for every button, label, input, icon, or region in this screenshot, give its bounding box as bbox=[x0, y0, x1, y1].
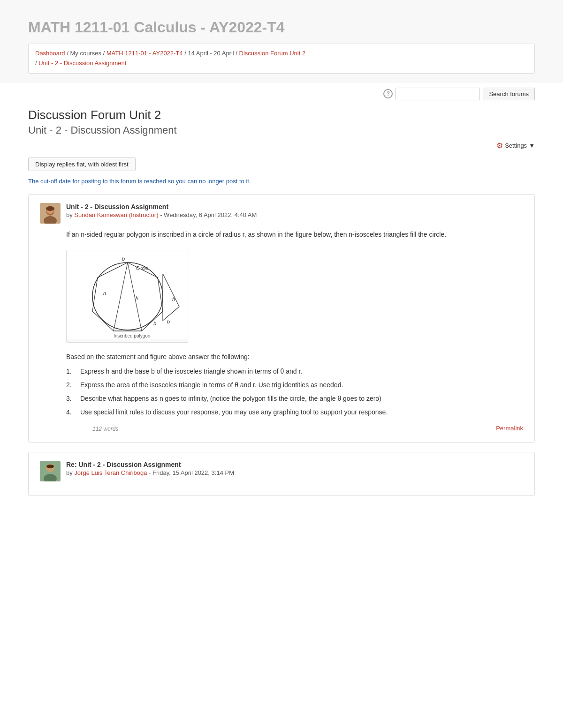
page-wrapper: MATH 1211-01 Calculus - AY2022-T4 Dashbo… bbox=[0, 0, 563, 728]
post-date-1: - Wednesday, 6 April 2022, 4:40 AM bbox=[160, 211, 257, 218]
list-item-4: 4. Use special limit rules to discuss yo… bbox=[66, 407, 523, 417]
svg-text:b: b bbox=[153, 321, 156, 326]
post-meta-1: Unit - 2 - Discussion Assignment by Sund… bbox=[66, 203, 523, 218]
list-text-4: Use special limit rules to discuss your … bbox=[80, 407, 388, 417]
forum-title: Discussion Forum Unit 2 bbox=[28, 108, 535, 122]
post-body-1: If an n-sided regular polygon is inscrib… bbox=[66, 229, 523, 434]
svg-point-4 bbox=[46, 206, 54, 211]
avatar-image-2 bbox=[40, 461, 61, 481]
post-intro-text: If an n-sided regular polygon is inscrib… bbox=[66, 229, 523, 240]
list-item-3: 3. Describe what happens as n goes to in… bbox=[66, 394, 523, 404]
help-icon[interactable]: ? bbox=[383, 89, 393, 98]
post-byline-2: by Jorge Luis Teran Chiriboga - Friday, … bbox=[66, 469, 523, 476]
breadcrumb-assignment[interactable]: Unit - 2 - Discussion Assignment bbox=[38, 60, 126, 67]
display-control: Display replies flat, with oldest first bbox=[28, 158, 535, 171]
svg-text:b: b bbox=[167, 319, 170, 324]
post-card-1: Unit - 2 - Discussion Assignment by Sund… bbox=[28, 194, 535, 443]
post-byline-1: by Sundari Kameswari (Instructor) - Wedn… bbox=[66, 211, 523, 218]
svg-text:Circle: Circle bbox=[136, 266, 148, 271]
display-dropdown[interactable]: Display replies flat, with oldest first bbox=[28, 158, 136, 171]
by-label-1: by bbox=[66, 211, 74, 218]
breadcrumb: Dashboard / My courses / MATH 1211-01 - … bbox=[28, 44, 535, 74]
list-text-2: Express the area of the isosceles triang… bbox=[80, 380, 343, 390]
svg-text:Inscribed polygon: Inscribed polygon bbox=[114, 333, 150, 338]
svg-text:n: n bbox=[103, 290, 106, 296]
search-bar-row: ? Search forums bbox=[0, 83, 563, 103]
breadcrumb-forum[interactable]: Discussion Forum Unit 2 bbox=[239, 50, 306, 57]
search-input[interactable] bbox=[396, 88, 480, 100]
avatar-1 bbox=[40, 203, 61, 224]
avatar-2 bbox=[40, 461, 61, 481]
list-num-3: 3. bbox=[66, 394, 76, 404]
main-content: Discussion Forum Unit 2 Unit - 2 - Discu… bbox=[0, 103, 563, 524]
post-date-2: - Friday, 15 April 2022, 3:14 PM bbox=[149, 469, 234, 476]
post-title-1: Unit - 2 - Discussion Assignment bbox=[66, 203, 523, 210]
list-num-4: 4. bbox=[66, 407, 76, 417]
svg-text:h: h bbox=[172, 296, 175, 302]
svg-text:h: h bbox=[136, 295, 138, 300]
list-text-1: Express h and the base b of the isoscele… bbox=[80, 367, 302, 376]
polygon-diagram-container: b h b h b n Circle bbox=[66, 250, 188, 343]
list-item-2: 2. Express the area of the isosceles tri… bbox=[66, 380, 523, 390]
word-count-1: 112 words bbox=[92, 425, 118, 434]
by-label-2: by bbox=[66, 469, 74, 476]
post-card-2: Re: Unit - 2 - Discussion Assignment by … bbox=[28, 452, 535, 496]
assignment-title: Unit - 2 - Discussion Assignment bbox=[28, 124, 535, 136]
header-band: MATH 1211-01 Calculus - AY2022-T4 Dashbo… bbox=[0, 0, 563, 83]
search-button[interactable]: Search forums bbox=[483, 88, 535, 100]
breadcrumb-sep1: / My courses / bbox=[67, 50, 107, 57]
list-num-2: 2. bbox=[66, 380, 76, 390]
post-header-1: Unit - 2 - Discussion Assignment by Sund… bbox=[40, 203, 523, 224]
settings-row: ⚙ Settings ▼ bbox=[28, 141, 535, 150]
cutoff-notice: The cut-off date for posting to this for… bbox=[28, 178, 535, 185]
polygon-diagram-svg: b h b h b n Circle bbox=[67, 250, 188, 339]
permalink-1[interactable]: Permalink bbox=[496, 424, 523, 434]
post-after-figure: Based on the statement and figure above … bbox=[66, 352, 523, 362]
post-footer-1: 112 words Permalink bbox=[92, 424, 523, 434]
post-meta-2: Re: Unit - 2 - Discussion Assignment by … bbox=[66, 461, 523, 476]
breadcrumb-sep2: / 14 April - 20 April / bbox=[184, 50, 239, 57]
svg-text:b: b bbox=[122, 256, 125, 262]
avatar-image-1 bbox=[40, 203, 61, 224]
post-author-link-1[interactable]: Sundari Kameswari (Instructor) bbox=[74, 211, 158, 218]
list-text-3: Describe what happens as n goes to infin… bbox=[80, 394, 381, 404]
list-item-1: 1. Express h and the base b of the isosc… bbox=[66, 367, 523, 376]
list-num-1: 1. bbox=[66, 367, 76, 376]
post-list: 1. Express h and the base b of the isosc… bbox=[66, 367, 523, 417]
settings-label: Settings bbox=[505, 142, 527, 149]
post-author-link-2[interactable]: Jorge Luis Teran Chiriboga bbox=[74, 469, 147, 476]
gear-icon: ⚙ bbox=[496, 141, 503, 150]
svg-point-21 bbox=[46, 465, 54, 468]
settings-button[interactable]: ⚙ Settings ▼ bbox=[496, 141, 535, 150]
breadcrumb-course[interactable]: MATH 1211-01 - AY2022-T4 bbox=[107, 50, 183, 57]
breadcrumb-dashboard[interactable]: Dashboard bbox=[35, 50, 65, 57]
post-header-2: Re: Unit - 2 - Discussion Assignment by … bbox=[40, 461, 523, 481]
post-title-2: Re: Unit - 2 - Discussion Assignment bbox=[66, 461, 523, 468]
course-title: MATH 1211-01 Calculus - AY2022-T4 bbox=[28, 19, 535, 36]
chevron-down-icon: ▼ bbox=[529, 142, 535, 149]
